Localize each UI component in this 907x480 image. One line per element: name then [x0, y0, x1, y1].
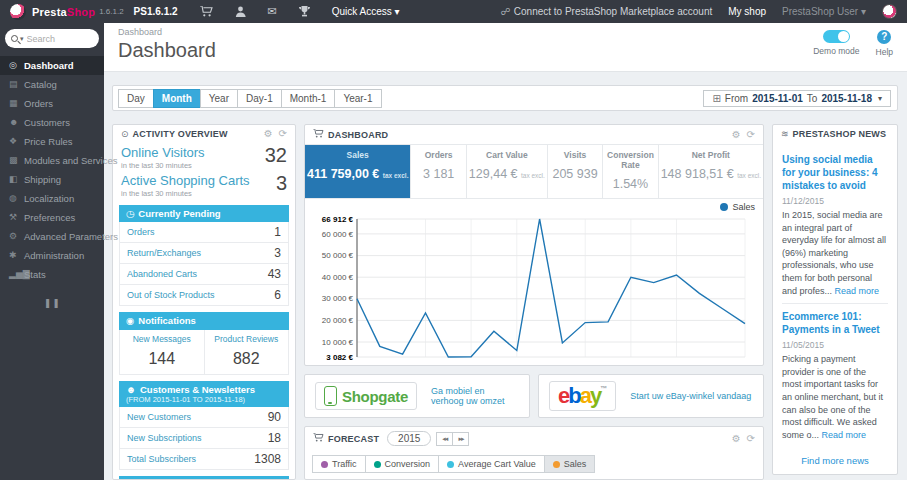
search-input[interactable]	[27, 34, 93, 44]
customers-icon: ☻	[9, 118, 24, 127]
search-scope-caret[interactable]: ▾	[20, 35, 24, 43]
sidebar-item-customers[interactable]: ☻Customers	[0, 113, 104, 132]
chart-legend[interactable]: Sales	[313, 201, 755, 213]
product-reviews-cell: Product Reviews 882	[204, 330, 289, 374]
user-avatar[interactable]	[882, 4, 897, 19]
news-item-title[interactable]: Using social media for your business: 4 …	[782, 153, 888, 192]
svg-text:20 000 €: 20 000 €	[322, 316, 354, 325]
returns-link[interactable]: Return/Exchanges	[127, 248, 201, 258]
kpi-tab-visits[interactable]: Visits 205 939	[548, 145, 603, 198]
cart-icon[interactable]	[200, 6, 213, 17]
average-cart-value-dot-icon	[447, 461, 454, 468]
filter-month-button[interactable]: Month	[153, 89, 201, 108]
traffic-dot-icon	[321, 461, 328, 468]
sidebar-item-modules[interactable]: ▩Modules and Services	[0, 151, 104, 170]
demo-mode-label: Demo mode	[813, 46, 859, 56]
out-of-stock-link[interactable]: Out of Stock Products	[127, 290, 215, 300]
shipping-icon: ◧	[9, 175, 24, 184]
quick-access-menu[interactable]: Quick Access ▾	[332, 6, 400, 17]
customer-icon[interactable]	[235, 6, 246, 17]
trophy-icon[interactable]	[299, 6, 310, 17]
total-subscribers-row: Total Subscribers1308	[119, 449, 289, 470]
new-subscriptions-link[interactable]: New Subscriptions	[127, 433, 202, 443]
messages-icon[interactable]: ✉	[268, 6, 277, 17]
sidebar-item-administration[interactable]: ✱Administration	[0, 246, 104, 265]
sidebar-item-orders[interactable]: ▦Orders	[0, 94, 104, 113]
new-customers-link[interactable]: New Customers	[127, 412, 191, 422]
user-menu[interactable]: PrestaShop User ▾	[782, 6, 866, 17]
filter-month-1-button[interactable]: Month-1	[281, 89, 336, 108]
orders-link[interactable]: Orders	[127, 227, 155, 237]
sidebar-item-stats[interactable]: ▂▅▇Stats	[0, 265, 104, 284]
demo-mode-toggle[interactable]	[823, 30, 850, 43]
filter-day-1-button[interactable]: Day-1	[237, 89, 282, 108]
news-item-excerpt: Picking a payment provider is one of the…	[782, 353, 888, 441]
sidebar-item-localization[interactable]: ◍Localization	[0, 189, 104, 208]
read-more-link[interactable]: Read more	[822, 430, 867, 440]
sidebar-item-catalog[interactable]: ▤Catalog	[0, 75, 104, 94]
panel-refresh-icon[interactable]: ⟳	[747, 434, 755, 444]
filter-year-1-button[interactable]: Year-1	[334, 89, 381, 108]
forecast-prev-button[interactable]: ◂◂	[436, 432, 453, 446]
dashboard-panel-title: DASHBOARD	[328, 130, 388, 140]
online-visitors-subtext: in the last 30 minutes	[121, 161, 205, 170]
total-subscribers-link[interactable]: Total Subscribers	[127, 454, 196, 464]
new-customers-count: 90	[268, 410, 281, 424]
sidebar-item-shipping[interactable]: ◧Shipping	[0, 170, 104, 189]
forecast-toggle-average-cart-value[interactable]: Average Cart Value	[438, 455, 545, 473]
returns-count: 3	[274, 246, 281, 260]
users-icon: ☻	[126, 384, 136, 395]
new-messages-link[interactable]: New Messages	[122, 334, 202, 344]
sidebar-menu: ◎Dashboard ▤Catalog ▦Orders ☻Customers ❖…	[0, 56, 104, 284]
panel-settings-icon[interactable]: ⚙	[732, 130, 741, 140]
find-more-news-link[interactable]: Find more news	[782, 455, 888, 466]
orders-count: 1	[274, 225, 281, 239]
kpi-tab-cart-value[interactable]: Cart Value 129,44 € tax excl.	[467, 145, 548, 198]
kpi-tab-orders[interactable]: Orders 3 181	[411, 145, 466, 198]
sidebar-item-dashboard[interactable]: ◎Dashboard	[0, 56, 104, 75]
news-item-title[interactable]: Ecommerce 101: Payments in a Tweet	[782, 310, 888, 336]
panel-refresh-icon[interactable]: ⟳	[279, 129, 287, 139]
calendar-icon: ⊞	[712, 93, 720, 104]
sales-line-chart[interactable]: 66 912 €60 000 €50 000 €40 000 €30 000 €…	[313, 213, 755, 365]
abandoned-carts-link[interactable]: Abandoned Carts	[127, 269, 197, 279]
forecast-year-selector[interactable]: 2015	[387, 431, 431, 446]
filter-day-button[interactable]: Day	[118, 89, 154, 108]
panel-settings-icon[interactable]: ⚙	[264, 129, 273, 139]
sales-dot-icon	[553, 461, 560, 468]
panel-settings-icon[interactable]: ⚙	[732, 434, 741, 444]
legend-label: Sales	[732, 202, 755, 212]
shopgate-ad-link[interactable]: Ga mobiel en verhoog uw omzet	[431, 386, 519, 406]
help-button[interactable]: ?	[877, 30, 891, 44]
kpi-tab-conversion-rate[interactable]: Conversion Rate 1.54%	[603, 145, 658, 198]
ebay-ad-link[interactable]: Start uw eBay-winkel vandaag	[630, 391, 751, 401]
news-item-date: 11/12/2015	[782, 196, 888, 206]
dashboard-panel: DASHBOARD ⚙ ⟳ Sales 411 759,00 € tax exc…	[304, 124, 764, 366]
date-range-picker[interactable]: ⊞ From 2015-11-01 To 2015-11-18 ▾	[703, 90, 891, 107]
partner-ads-row: Shopgate Ga mobiel en verhoog uw omzet e…	[304, 374, 764, 418]
active-carts-value: 3	[276, 173, 287, 193]
kpi-tab-net-profit[interactable]: Net Profit 148 918,51 € tax excl.	[659, 145, 763, 198]
sidebar-item-price-rules[interactable]: ❖Price Rules	[0, 132, 104, 151]
forecast-toggle-sales[interactable]: Sales	[544, 455, 596, 473]
sidebar-item-preferences[interactable]: ⚒Preferences	[0, 208, 104, 227]
svg-text:60 000 €: 60 000 €	[322, 230, 354, 239]
forecast-toggle-conversion[interactable]: Conversion	[365, 455, 440, 473]
filter-year-button[interactable]: Year	[200, 89, 238, 108]
forecast-next-button[interactable]: ▸▸	[452, 432, 469, 446]
forecast-legend: Traffic Conversion Average Cart Value Sa…	[305, 450, 763, 478]
kpi-tab-sales[interactable]: Sales 411 759,00 € tax excl.	[305, 145, 411, 198]
product-reviews-link[interactable]: Product Reviews	[207, 334, 287, 344]
breadcrumb[interactable]: Dashboard	[118, 27, 895, 37]
online-visitors-link[interactable]: Online Visitors	[121, 145, 205, 160]
news-item-date: 11/05/2015	[782, 340, 888, 350]
forecast-toggle-traffic[interactable]: Traffic	[312, 455, 366, 473]
my-shop-link[interactable]: My shop	[728, 6, 766, 17]
active-carts-link[interactable]: Active Shopping Carts	[121, 173, 250, 188]
sidebar-item-advanced-parameters[interactable]: ⚙Advanced Parameters	[0, 227, 104, 246]
marketplace-link[interactable]: ☍Connect to PrestaShop Marketplace accou…	[501, 6, 713, 17]
read-more-link[interactable]: Read more	[835, 286, 880, 296]
collapse-menu-icon[interactable]: ❚❚	[44, 298, 104, 308]
panel-refresh-icon[interactable]: ⟳	[747, 130, 755, 140]
cart-icon	[313, 129, 324, 140]
